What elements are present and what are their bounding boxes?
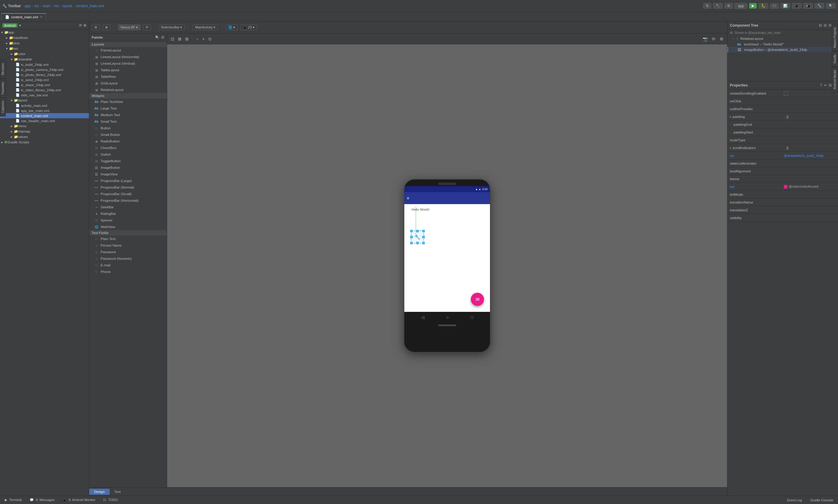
sync-btn[interactable]: ⇅ xyxy=(703,3,711,9)
palette-item-large-text[interactable]: Ab Large Text xyxy=(89,105,167,112)
tree-item-ic-library[interactable]: 📄 ic_photo_library_24dp.xml xyxy=(0,72,89,77)
tree-item-ic-video[interactable]: 📄 ic_video_library_24dp.xml xyxy=(0,87,89,92)
tree-item-color[interactable]: ▸ 📁 color xyxy=(0,51,89,57)
breadcrumb-main[interactable]: main xyxy=(42,4,50,8)
zoom-width-btn[interactable]: ⊠ xyxy=(177,36,183,42)
config-icon[interactable]: ⚙ xyxy=(718,36,725,42)
component-relative-layout[interactable]: ▾ □ RelativeLayout xyxy=(728,36,838,41)
tree-item-app[interactable]: ▾ 📁 app xyxy=(0,30,89,35)
tree-item-ic-build[interactable]: 📄 ic_build_24dp.xml xyxy=(0,62,89,67)
settings-btn[interactable]: ⚙ xyxy=(724,3,733,9)
breadcrumb-src[interactable]: src xyxy=(34,4,39,8)
palette-item-password[interactable]: □ Password xyxy=(89,249,167,255)
prop-row-transitionname[interactable]: transitionName xyxy=(728,198,838,206)
search-toolbar-btn[interactable]: 🔍 xyxy=(826,3,836,9)
tree-item-ic-send[interactable]: 📄 ic_send_24dp.xml xyxy=(0,77,89,82)
palette-item-password-numeric[interactable]: □ Password (Numeric) xyxy=(89,255,167,262)
palette-item-framelayout[interactable]: □ FrameLayout xyxy=(89,47,167,54)
tree-item-content-main[interactable]: 📄 content_main.xml xyxy=(0,113,89,118)
prop-row-padding[interactable]: ▸ padding [] xyxy=(728,113,838,121)
recents-btn[interactable]: □ xyxy=(471,315,473,320)
tree-item-nav-header[interactable]: 📄 nav_header_main.xml xyxy=(0,118,89,123)
tree-item-menu[interactable]: ▸ 📁 menu xyxy=(0,123,89,129)
build-btn[interactable]: 🔨 xyxy=(713,3,723,9)
palette-item-small-button[interactable]: □ Small Button xyxy=(89,131,167,138)
palette-item-progressbar-small[interactable]: ━━ ProgressBar (Small) xyxy=(89,191,167,197)
profile-btn[interactable]: 📊 xyxy=(781,3,790,9)
screenshot-btn[interactable]: 📷 xyxy=(701,36,709,42)
edge-tab-structure[interactable]: Structure xyxy=(0,60,6,79)
prop-row-translationz[interactable]: translationZ xyxy=(728,206,838,214)
palette-item-relativelayout[interactable]: ▦ RelativeLayout xyxy=(89,87,167,93)
editor-tab-design[interactable]: Design xyxy=(89,489,110,495)
actionbar-select-btn[interactable]: NoActionBar ▾ xyxy=(158,24,185,30)
tree-item-java[interactable]: ▸ 📁 java xyxy=(0,40,89,46)
palette-item-ratingbar[interactable]: ★ RatingBar xyxy=(89,211,167,217)
palette-item-togglebutton[interactable]: ⊟ ToggleButton xyxy=(89,158,167,164)
tab-todo[interactable]: ☑ TODO xyxy=(100,497,121,503)
zoom-fit-btn[interactable]: ⊡ xyxy=(170,36,175,42)
zoom-out-btn[interactable]: − xyxy=(195,36,200,42)
editor-tab-text[interactable]: Text xyxy=(110,489,125,495)
prop-row-paddingstart[interactable]: paddingStart xyxy=(728,128,838,136)
breadcrumb-file[interactable]: content_main.xml xyxy=(76,4,104,8)
palette-item-radiobutton[interactable]: ◉ RadioButton xyxy=(89,138,167,145)
tab-event-log[interactable]: Event Log xyxy=(784,498,806,503)
breadcrumb-res[interactable]: res xyxy=(54,4,59,8)
prop-row-nestedscrolling[interactable]: nestedScrollingEnabled xyxy=(728,89,838,97)
edge-tab-gradle[interactable]: Gradle xyxy=(832,51,838,67)
orientation-toggle-btn[interactable]: ⟳ xyxy=(143,24,151,30)
api-btn[interactable]: 📱 23 ▾ xyxy=(240,24,257,30)
help-icon[interactable]: ? xyxy=(820,83,822,87)
tab-terminal[interactable]: ▶ Terminal xyxy=(1,497,25,503)
home-btn[interactable]: ○ xyxy=(446,315,449,320)
palette-item-webview[interactable]: 🌐 WebView xyxy=(89,223,167,230)
search-icon[interactable]: 🔍 xyxy=(155,35,159,39)
debug-button[interactable]: 🐛 xyxy=(758,3,768,9)
prop-row-scaletype[interactable]: scaleType xyxy=(728,136,838,144)
edge-tab-maven[interactable]: Maven Projects xyxy=(832,24,838,51)
palette-item-checkbox[interactable]: ☑ CheckBox xyxy=(89,145,167,151)
tree-item-sidenav[interactable]: 📄 side_nav_bar.xml xyxy=(0,92,89,97)
zoom-fill-btn[interactable]: ⊞ xyxy=(184,36,190,42)
palette-item-person-name[interactable]: □ Person Name xyxy=(89,242,167,249)
edge-tab-android-model[interactable]: Android Model xyxy=(832,67,838,92)
tree-item-values[interactable]: ▸ 📁 values xyxy=(0,134,89,140)
tab-gradle-console[interactable]: Gradle Console xyxy=(807,498,837,503)
palette-item-progressbar-large[interactable]: ━━ ProgressBar (Large) xyxy=(89,178,167,184)
prop-row-visibility[interactable]: visibility xyxy=(728,214,838,222)
settings-icon[interactable]: ⚙ xyxy=(83,23,87,28)
refresh-btn[interactable]: ⟳ xyxy=(711,36,717,42)
run-button[interactable]: ▶ xyxy=(749,3,757,9)
coverage-btn[interactable]: 🛡 xyxy=(770,3,779,9)
widget-selected[interactable]: 🔧 xyxy=(411,231,424,244)
palette-item-plain-text[interactable]: □ Plain Text xyxy=(89,236,167,242)
locale-btn[interactable]: 🌐 ▾ xyxy=(226,24,238,30)
palette-item-tablelayout[interactable]: ▦ TableLayout xyxy=(89,67,167,73)
expand-icon[interactable]: ▸ xyxy=(730,115,731,118)
prop-row-theme[interactable]: theme xyxy=(728,175,838,183)
breadcrumb-app[interactable]: app xyxy=(24,4,31,8)
palette-item-email[interactable]: □ E-mail xyxy=(89,262,167,268)
breadcrumb-layout[interactable]: layout xyxy=(63,4,72,8)
sync-icon[interactable]: ⟳ xyxy=(79,23,82,28)
palette-item-gridlayout[interactable]: ▦ GridLayout xyxy=(89,80,167,87)
prop-row-src[interactable]: src @drawable/ic_build_24dp xyxy=(728,152,838,160)
tree-item-drawable[interactable]: ▾ 📁 drawable xyxy=(0,57,89,62)
fab-button[interactable]: ✉ xyxy=(471,293,484,306)
gear-icon[interactable]: ⚙ xyxy=(828,23,832,28)
edge-tab-favorites[interactable]: Favorites xyxy=(0,79,6,97)
tab-close-btn[interactable]: ✕ xyxy=(40,15,42,19)
zoom-in-btn[interactable]: + xyxy=(201,36,206,42)
tab-content-main[interactable]: 📄 content_main.xml ✕ xyxy=(1,13,46,20)
prop-row-tintmode[interactable]: tintMode xyxy=(728,191,838,198)
prop-row-scrollindicators[interactable]: ▸ scrollIndicators [] xyxy=(728,144,838,152)
palette-item-imagebutton[interactable]: 🖼 ImageButton xyxy=(89,164,167,171)
palette-item-tablerow[interactable]: ▦ TableRow xyxy=(89,73,167,80)
tree-item-appbar-main[interactable]: 📄 app_bar_main.xml xyxy=(0,108,89,113)
tree-item-layout[interactable]: ▾ 📁 layout xyxy=(0,97,89,103)
phone-content[interactable]: Hello World! xyxy=(404,204,490,312)
device-btn[interactable]: 📱 xyxy=(792,3,801,9)
prop-row-outlineprovider[interactable]: outlineProvider xyxy=(728,105,838,113)
tab-android-monitor[interactable]: 📱 6: Android Monitor xyxy=(59,497,99,503)
